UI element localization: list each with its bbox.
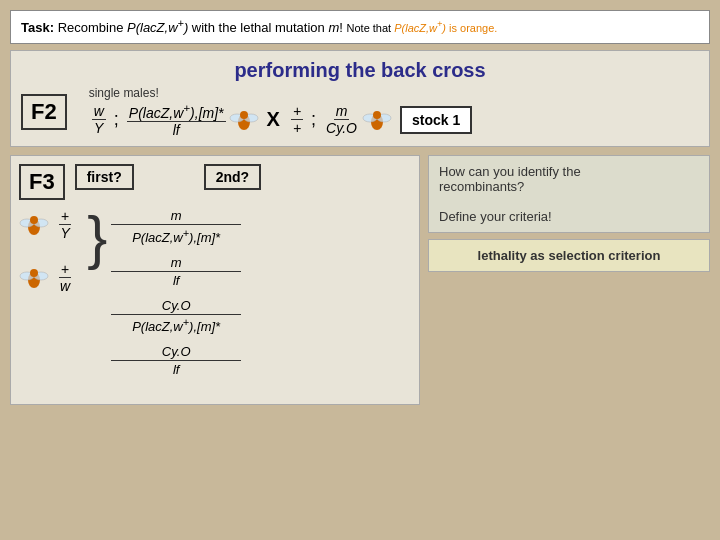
outcomes-column: m P(lacZ,w+),[m]* m lf Cy.O P(lacZ, [111,208,241,377]
plus-den: + [291,120,303,136]
w-label: w [92,103,106,120]
m-num: m [334,103,350,120]
outcome-3-top: Cy.O [162,298,191,313]
task-text: Recombine P(lacZ,w+) with the lethal mut… [58,20,347,35]
fly-icon-orange-2 [362,105,392,135]
single-males-label: single males! [89,86,473,100]
outcome-4-bottom: lf [173,362,180,377]
svg-point-3 [240,111,248,119]
outcome-4-top: Cy.O [162,344,191,359]
fly-icon-2 [19,263,49,293]
w-y-fraction: w Y [92,103,106,136]
info-line1: How can you identify the [439,164,699,179]
y-val: Y [58,225,71,241]
placz-num: P(lacZ,w+),[m]* [127,102,226,123]
stock-box: stock 1 [400,106,472,134]
f3-panel: F3 first? 2nd? [10,155,420,405]
lethality-box: lethality as selection criterion [428,239,710,272]
back-cross-title: performing the back cross [21,59,699,82]
task-label: Task: [21,20,54,35]
outcome-2-line [111,271,241,272]
w-val: w [58,278,72,294]
fly-icon-orange-1 [229,105,259,135]
outcome-1-bottom: P(lacZ,w+),[m]* [132,226,220,244]
y-label: Y [92,120,105,136]
outcome-4-line [111,360,241,361]
f2-panel: performing the back cross F2 single male… [10,50,710,148]
semicolon1: ; [114,109,119,130]
svg-point-7 [373,111,381,119]
f3-label: F3 [19,164,65,200]
outcome-2-top: m [171,255,182,270]
info-box: How can you identify the recombinants? D… [428,155,710,233]
f2-content: w Y ; P(lacZ,w+),[m]* lf [89,102,473,139]
outcome-2: m lf [111,255,241,288]
placz-fraction: P(lacZ,w+),[m]* lf [127,102,226,139]
plus-w-fraction: + w [58,261,72,294]
plus-y-num: + [59,208,71,225]
main-container: Task: Recombine P(lacZ,w+) with the leth… [0,0,720,540]
semicolon2: ; [311,109,316,130]
right-panels: How can you identify the recombinants? D… [428,155,710,405]
cyo-den: Cy.O [324,120,359,136]
plus-w-num: + [59,261,71,278]
outcome-1: m P(lacZ,w+),[m]* [111,208,241,244]
first-box: first? [75,164,134,190]
m-cyo-fraction: m Cy.O [324,103,359,136]
task-bar: Task: Recombine P(lacZ,w+) with the leth… [10,10,710,44]
define-criteria: Define your criteria! [439,209,699,224]
lf-den: lf [171,122,182,138]
outcome-3-bottom: P(lacZ,w+),[m]* [132,316,220,334]
info-line2: recombinants? [439,179,699,194]
outcome-1-top: m [171,208,182,223]
fly-row-2: + w [19,261,75,294]
lethality-text: lethality as selection criterion [478,248,661,263]
outcome-2-bottom: lf [173,273,180,288]
plus-fraction: + + [291,103,303,136]
outcome-1-line [111,224,241,225]
second-box: 2nd? [204,164,261,190]
f2-label: F2 [21,94,67,130]
big-semicolon: } [87,208,107,268]
svg-point-15 [30,269,38,277]
cross-symbol: X [267,108,280,131]
svg-point-11 [30,216,38,224]
fly-column: + Y + w [19,208,75,294]
f3-area: F3 first? 2nd? [10,155,710,405]
outcome-3-line [111,314,241,315]
plus-num: + [291,103,303,120]
fly-icon-1 [19,210,49,240]
fly-row-1: + Y [19,208,74,241]
plus-y-fraction: + Y [58,208,71,241]
outcome-3: Cy.O P(lacZ,w+),[m]* [111,298,241,334]
offspring-grid: + Y + w [19,208,411,377]
outcome-4: Cy.O lf [111,344,241,377]
f3-header: F3 first? 2nd? [19,164,411,200]
task-note: Note that P(lacZ,w+) is orange. [347,22,498,34]
